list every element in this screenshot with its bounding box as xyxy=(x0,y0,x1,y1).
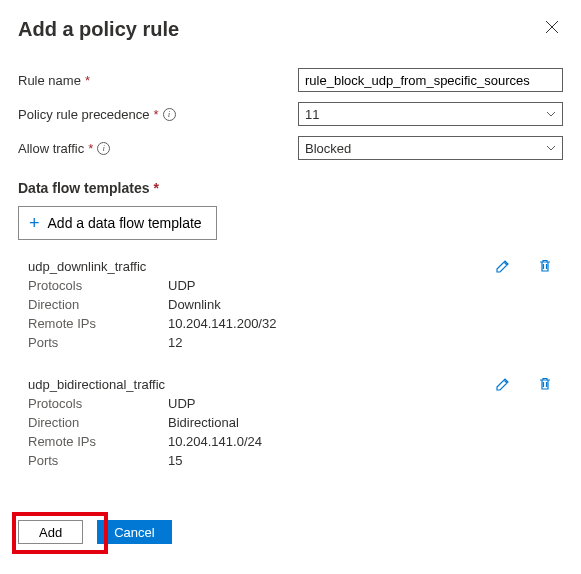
allow-traffic-row: Allow traffic * i Blocked xyxy=(18,136,563,160)
precedence-label: Policy rule precedence * i xyxy=(18,107,298,122)
kv-row: Remote IPs 10.204.141.0/24 xyxy=(28,434,559,449)
policy-rule-panel: Add a policy rule Rule name * Policy rul… xyxy=(0,0,581,562)
kv-key-direction: Direction xyxy=(28,297,168,312)
edit-icon[interactable] xyxy=(495,376,511,392)
template-card: udp_bidirectional_traffic Protocols UDP … xyxy=(18,372,563,476)
cancel-button[interactable]: Cancel xyxy=(97,520,171,544)
rule-name-input[interactable] xyxy=(298,68,563,92)
template-name: udp_downlink_traffic xyxy=(28,259,146,274)
allow-traffic-label: Allow traffic * i xyxy=(18,141,298,156)
add-template-button[interactable]: + Add a data flow template xyxy=(18,206,217,240)
precedence-label-text: Policy rule precedence xyxy=(18,107,150,122)
kv-val-direction: Bidirectional xyxy=(168,415,239,430)
kv-val-ports: 12 xyxy=(168,335,182,350)
precedence-value: 11 xyxy=(305,107,319,122)
allow-traffic-value: Blocked xyxy=(305,141,351,156)
kv-row: Ports 15 xyxy=(28,453,559,468)
required-asterisk: * xyxy=(85,73,90,88)
kv-key-protocols: Protocols xyxy=(28,396,168,411)
plus-icon: + xyxy=(29,214,40,232)
template-header: udp_bidirectional_traffic xyxy=(28,376,559,392)
panel-header: Add a policy rule xyxy=(18,16,563,42)
required-asterisk: * xyxy=(153,180,158,196)
precedence-select[interactable]: 11 xyxy=(298,102,563,126)
template-card: udp_downlink_traffic Protocols UDP Direc… xyxy=(18,254,563,358)
kv-val-remoteips: 10.204.141.0/24 xyxy=(168,434,262,449)
kv-key-direction: Direction xyxy=(28,415,168,430)
kv-row: Remote IPs 10.204.141.200/32 xyxy=(28,316,559,331)
kv-row: Ports 12 xyxy=(28,335,559,350)
rule-name-label-text: Rule name xyxy=(18,73,81,88)
kv-row: Direction Downlink xyxy=(28,297,559,312)
edit-icon[interactable] xyxy=(495,258,511,274)
rule-name-row: Rule name * xyxy=(18,68,563,92)
precedence-row: Policy rule precedence * i 11 xyxy=(18,102,563,126)
add-template-label: Add a data flow template xyxy=(48,215,202,231)
templates-title-text: Data flow templates xyxy=(18,180,149,196)
kv-key-remoteips: Remote IPs xyxy=(28,434,168,449)
kv-val-ports: 15 xyxy=(168,453,182,468)
allow-traffic-label-text: Allow traffic xyxy=(18,141,84,156)
kv-val-protocols: UDP xyxy=(168,396,195,411)
info-icon[interactable]: i xyxy=(97,142,110,155)
panel-footer: Add Cancel xyxy=(18,520,563,544)
delete-icon[interactable] xyxy=(537,376,553,392)
kv-row: Direction Bidirectional xyxy=(28,415,559,430)
delete-icon[interactable] xyxy=(537,258,553,274)
info-icon[interactable]: i xyxy=(163,108,176,121)
template-header: udp_downlink_traffic xyxy=(28,258,559,274)
kv-row: Protocols UDP xyxy=(28,396,559,411)
kv-val-protocols: UDP xyxy=(168,278,195,293)
template-actions xyxy=(495,376,559,392)
kv-key-remoteips: Remote IPs xyxy=(28,316,168,331)
kv-row: Protocols UDP xyxy=(28,278,559,293)
add-button[interactable]: Add xyxy=(18,520,83,544)
kv-val-remoteips: 10.204.141.200/32 xyxy=(168,316,276,331)
rule-name-label: Rule name * xyxy=(18,73,298,88)
required-asterisk: * xyxy=(154,107,159,122)
allow-traffic-select[interactable]: Blocked xyxy=(298,136,563,160)
kv-val-direction: Downlink xyxy=(168,297,221,312)
kv-key-ports: Ports xyxy=(28,453,168,468)
templates-section-title: Data flow templates * xyxy=(18,180,563,196)
kv-key-ports: Ports xyxy=(28,335,168,350)
kv-key-protocols: Protocols xyxy=(28,278,168,293)
template-name: udp_bidirectional_traffic xyxy=(28,377,165,392)
panel-title: Add a policy rule xyxy=(18,18,179,41)
close-icon[interactable] xyxy=(541,16,563,42)
required-asterisk: * xyxy=(88,141,93,156)
template-actions xyxy=(495,258,559,274)
